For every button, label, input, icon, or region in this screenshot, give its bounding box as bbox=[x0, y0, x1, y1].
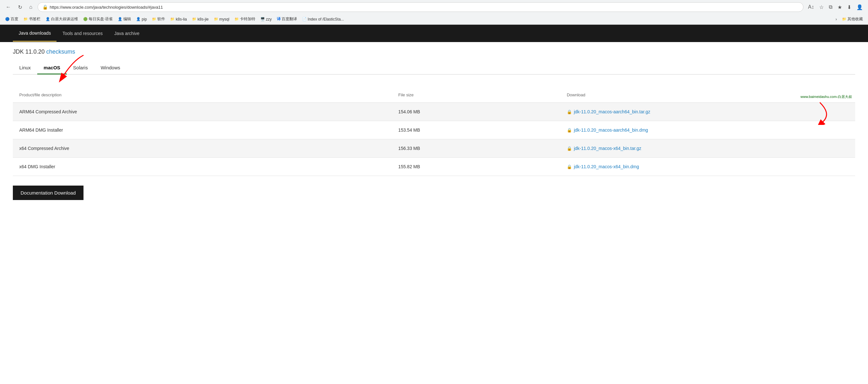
bookmark-label: 百度翻译 bbox=[282, 17, 297, 22]
page-content: JDK 11.0.20 checksums Linux ma bbox=[0, 42, 868, 213]
bookmark-k8s-lia[interactable]: 📁 k8s-lia bbox=[168, 17, 189, 22]
bookmark-label: zzy bbox=[266, 17, 272, 22]
nav-java-archive[interactable]: Java archive bbox=[108, 26, 146, 41]
bookmark-label: pip bbox=[142, 17, 147, 22]
bookmark-label: mysql bbox=[219, 17, 229, 22]
checksums-link[interactable]: checksums bbox=[46, 49, 75, 55]
oracle-nav: Java downloads Tools and resources Java … bbox=[0, 25, 868, 42]
tab-linux[interactable]: Linux bbox=[13, 62, 37, 74]
home-button[interactable]: ⌂ bbox=[27, 3, 34, 11]
col-header-description: Product/file description bbox=[13, 87, 392, 103]
bookmark-label: 卡特加特 bbox=[240, 17, 255, 22]
folder-icon: 📁 bbox=[192, 17, 196, 21]
row-description: x64 Compressed Archive bbox=[13, 139, 392, 158]
nav-tools-resources[interactable]: Tools and resources bbox=[57, 26, 108, 41]
url-text: https://www.oracle.com/java/technologies… bbox=[50, 5, 799, 10]
edit-person-icon: 👤 bbox=[118, 17, 122, 21]
browser-toolbar: ← ↻ ⌂ 🔒 https://www.oracle.com/java/tech… bbox=[0, 0, 868, 14]
toolbar-actions: A↕ ☆ ⧉ ★ ⬇ 👤 bbox=[807, 3, 864, 11]
download-filename-1: jdk-11.0.20_macos-aarch64_bin.dmg bbox=[574, 127, 648, 133]
bookmark-label: k8s-lia bbox=[176, 17, 187, 22]
row-description: x64 DMG Installer bbox=[13, 158, 392, 176]
doc-download-button[interactable]: Documentation Download bbox=[13, 186, 84, 200]
doc-icon: 📄 bbox=[302, 17, 307, 21]
bookmark-baiju[interactable]: 👤 白居大叔谈运维 bbox=[44, 16, 80, 23]
bookmark-pip[interactable]: 👤 pip bbox=[134, 17, 149, 22]
table-header: Product/file description File size Downl… bbox=[13, 87, 855, 103]
tab-solaris[interactable]: Solaris bbox=[67, 62, 94, 74]
bookmark-zzy[interactable]: 🖥️ zzy bbox=[258, 17, 274, 22]
green-dot-icon: 🟢 bbox=[83, 17, 88, 21]
star-icon[interactable]: ☆ bbox=[818, 3, 825, 11]
download-icon[interactable]: ⬇ bbox=[846, 3, 852, 11]
row-description: ARM64 Compressed Archive bbox=[13, 103, 392, 121]
table-row: ARM64 DMG Installer 153.54 MB 🔒 jdk-11.0… bbox=[13, 121, 855, 139]
col-header-download: Download bbox=[560, 87, 855, 103]
bookmark-mysql[interactable]: 📁 mysql bbox=[212, 17, 231, 22]
bookmark-label: Index of /ElasticSta... bbox=[308, 17, 344, 22]
folder-icon: 📁 bbox=[235, 17, 239, 21]
favorites-icon[interactable]: ★ bbox=[836, 3, 843, 11]
folder-icon: 📁 bbox=[842, 17, 846, 21]
download-link-2[interactable]: 🔒 jdk-11.0.20_macos-x64_bin.tar.gz bbox=[567, 146, 849, 151]
bookmark-label: 每日实盘·语雀 bbox=[89, 17, 113, 22]
download-link-0[interactable]: 🔒 jdk-11.0.20_macos-aarch64_bin.tar.gz bbox=[567, 109, 849, 114]
os-tabs-container: Linux macOS Solaris Windows bbox=[13, 62, 855, 87]
font-size-icon[interactable]: A↕ bbox=[807, 3, 815, 11]
jdk-title: JDK 11.0.20 checksums bbox=[13, 49, 855, 55]
back-button[interactable]: ← bbox=[4, 3, 13, 11]
folder-icon: 📁 bbox=[170, 17, 175, 21]
translate-icon: 译 bbox=[277, 17, 281, 22]
os-tabs: Linux macOS Solaris Windows bbox=[13, 62, 855, 74]
bookmark-label: 编辑 bbox=[123, 17, 131, 22]
chevron-right-icon: › bbox=[836, 17, 837, 22]
row-download-cell: 🔒 jdk-11.0.20_macos-x64_bin.tar.gz bbox=[560, 139, 855, 158]
col-header-filesize: File size bbox=[392, 87, 560, 103]
bookmark-label: 百度 bbox=[10, 17, 18, 22]
row-filesize: 155.82 MB bbox=[392, 158, 560, 176]
browser-chrome: ← ↻ ⌂ 🔒 https://www.oracle.com/java/tech… bbox=[0, 0, 868, 25]
row-filesize: 154.06 MB bbox=[392, 103, 560, 121]
bookmarks-bar: 🔵 百度 📁 书签栏 👤 白居大叔谈运维 🟢 每日实盘·语雀 👤 编辑 👤 bbox=[0, 14, 868, 24]
row-download-cell: 🔒 jdk-11.0.20_macos-aarch64_bin.dmg bbox=[560, 121, 855, 139]
bookmark-label: 书签栏 bbox=[29, 17, 40, 22]
bookmark-folder-bookmarks[interactable]: 📁 书签栏 bbox=[22, 16, 42, 23]
tab-windows[interactable]: Windows bbox=[94, 62, 126, 74]
bookmark-folder-software[interactable]: 📁 软件 bbox=[150, 16, 167, 23]
profile-icon[interactable]: 👤 bbox=[855, 3, 864, 11]
bookmark-other[interactable]: 📁 其他收藏 bbox=[840, 16, 865, 23]
download-filename-3: jdk-11.0.20_macos-x64_bin.dmg bbox=[574, 164, 639, 169]
bookmark-baidu-translate[interactable]: 译 百度翻译 bbox=[275, 16, 299, 23]
bookmark-k8s-jie[interactable]: 📁 k8s-jie bbox=[190, 17, 211, 22]
address-bar[interactable]: 🔒 https://www.oracle.com/java/technologi… bbox=[38, 2, 804, 12]
row-description: ARM64 DMG Installer bbox=[13, 121, 392, 139]
bookmark-more[interactable]: › bbox=[834, 17, 839, 22]
header-row: Product/file description File size Downl… bbox=[13, 87, 855, 103]
row-download-cell: 🔒 jdk-11.0.20_macos-aarch64_bin.tar.gz bbox=[560, 103, 855, 121]
bookmark-daily[interactable]: 🟢 每日实盘·语雀 bbox=[81, 16, 115, 23]
lock-icon-2: 🔒 bbox=[567, 146, 572, 151]
refresh-button[interactable]: ↻ bbox=[16, 3, 24, 11]
nav-java-downloads[interactable]: Java downloads bbox=[13, 25, 57, 42]
bookmark-edit[interactable]: 👤 编辑 bbox=[116, 16, 133, 23]
bookmark-elastic[interactable]: 📄 Index of /ElasticSta... bbox=[300, 17, 346, 22]
pip-person-icon: 👤 bbox=[136, 17, 141, 21]
download-link-3[interactable]: 🔒 jdk-11.0.20_macos-x64_bin.dmg bbox=[567, 164, 849, 169]
bookmark-label: 软件 bbox=[157, 17, 165, 22]
bookmark-baidu[interactable]: 🔵 百度 bbox=[3, 16, 20, 23]
screen-icon: 🖥️ bbox=[260, 17, 265, 21]
table-row: x64 DMG Installer 155.82 MB 🔒 jdk-11.0.2… bbox=[13, 158, 855, 176]
table-wrapper: www.baimeidashu.com-白居大叔 Product/fi bbox=[13, 87, 855, 176]
bookmark-label: 其他收藏 bbox=[847, 17, 863, 22]
bookmark-katagat[interactable]: 📁 卡特加特 bbox=[232, 16, 257, 23]
lock-icon-3: 🔒 bbox=[567, 164, 572, 169]
table-body: ARM64 Compressed Archive 154.06 MB 🔒 jdk… bbox=[13, 103, 855, 176]
folder-icon: 📁 bbox=[152, 17, 156, 21]
split-view-icon[interactable]: ⧉ bbox=[828, 3, 834, 11]
tab-macos[interactable]: macOS bbox=[37, 62, 67, 74]
row-filesize: 156.33 MB bbox=[392, 139, 560, 158]
download-link-1[interactable]: 🔒 jdk-11.0.20_macos-aarch64_bin.dmg bbox=[567, 127, 849, 133]
lock-icon-1: 🔒 bbox=[567, 128, 572, 133]
downloads-table: Product/file description File size Downl… bbox=[13, 87, 855, 176]
baidu-icon: 🔵 bbox=[5, 17, 10, 21]
